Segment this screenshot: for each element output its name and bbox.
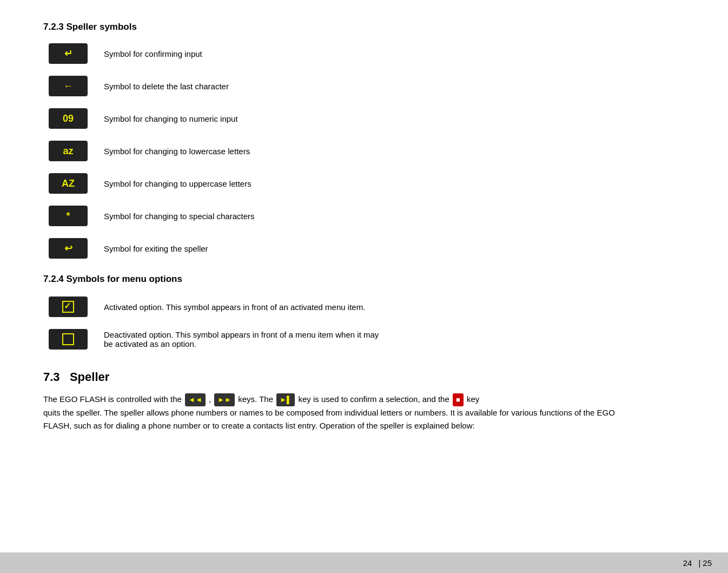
section-724-heading: 7.2.4 Symbols for menu options — [43, 274, 685, 285]
symbol-row-numeric: 09 Symbol for changing to numeric input — [49, 108, 685, 129]
symbol-badge-lowercase: az — [49, 141, 88, 161]
checkbox-checked-icon — [62, 301, 74, 313]
symbol-desc-numeric: Symbol for changing to numeric input — [104, 114, 238, 123]
btn-forward: ►► — [214, 393, 235, 407]
section-73: 7.3 Speller The EGO FLASH is controlled … — [43, 370, 685, 432]
section-73-num: 7.3 — [43, 370, 60, 384]
btn-rewind: ◄◄ — [185, 393, 206, 407]
symbol-desc-lowercase: Symbol for changing to lowercase letters — [104, 147, 250, 156]
page-numbers: 24 | 25 — [683, 558, 712, 568]
symbol-icon-numeric: 09 — [63, 113, 74, 124]
symbol-desc-special: Symbol for changing to special character… — [104, 212, 254, 221]
symbol-badge-numeric: 09 — [49, 108, 88, 129]
symbol-desc-uppercase: Symbol for changing to uppercase letters — [104, 179, 252, 188]
symbol-badge-special: * — [49, 206, 88, 226]
symbol-row-delete: ← Symbol to delete the last character — [49, 76, 685, 96]
checkbox-empty-icon — [62, 333, 74, 345]
page-number-separator: | — [698, 558, 700, 568]
symbol-desc-activated: Activated option. This symbol appears in… — [104, 302, 365, 312]
symbol-row-deactivated: Deactivated option. This symbol appears … — [49, 329, 685, 350]
symbol-badge-delete: ← — [49, 76, 88, 96]
symbol-desc-delete: Symbol to delete the last character — [104, 82, 229, 91]
symbol-row-exit: ↩ Symbol for exiting the speller — [49, 238, 685, 259]
symbol-row-activated: Activated option. This symbol appears in… — [49, 297, 685, 317]
comma-separator: , — [209, 394, 213, 404]
symbol-icon-confirm: ↵ — [64, 48, 72, 60]
para-end: quits the speller. The speller allows ph… — [43, 408, 615, 430]
section-724-title: 7.2.4 Symbols for menu options — [43, 274, 182, 284]
page-content: 7.2.3 Speller symbols ↵ Symbol for confi… — [0, 0, 728, 476]
para-start: The EGO FLASH is controlled with the — [43, 394, 182, 404]
section-73-heading: 7.3 Speller — [43, 370, 685, 384]
symbol-badge-deactivated — [49, 329, 88, 350]
symbol-desc-confirm: Symbol for confirming input — [104, 49, 202, 58]
page-number-current: 24 — [683, 558, 692, 568]
page-footer: 24 | 25 — [0, 552, 728, 573]
btn-play: ►▌ — [276, 393, 295, 407]
para-mid2: key is used to confirm a selection, and … — [298, 394, 449, 404]
section-723-heading: 7.2.3 Speller symbols — [43, 22, 685, 32]
symbol-icon-delete: ← — [63, 81, 73, 92]
section-723-title: 7.2.3 Speller symbols — [43, 22, 137, 32]
symbol-row-uppercase: AZ Symbol for changing to uppercase lett… — [49, 173, 685, 194]
symbol-icon-exit: ↩ — [64, 242, 72, 254]
symbol-row-lowercase: az Symbol for changing to lowercase lett… — [49, 141, 685, 161]
symbol-badge-confirm: ↵ — [49, 43, 88, 64]
symbol-desc-exit: Symbol for exiting the speller — [104, 244, 208, 253]
symbol-badge-exit: ↩ — [49, 238, 88, 259]
section-73-paragraph: The EGO FLASH is controlled with the ◄◄ … — [43, 393, 638, 432]
symbol-row-special: * Symbol for changing to special charact… — [49, 206, 685, 226]
symbol-desc-deactivated: Deactivated option. This symbol appears … — [104, 330, 379, 348]
symbol-badge-uppercase: AZ — [49, 173, 88, 194]
symbol-icon-uppercase: AZ — [62, 178, 75, 189]
para-mid1: keys. The — [238, 394, 273, 404]
symbol-row-confirm: ↵ Symbol for confirming input — [49, 43, 685, 64]
symbol-badge-activated — [49, 297, 88, 317]
para-mid3: key — [467, 394, 479, 404]
symbol-icon-special: * — [66, 210, 70, 222]
section-73-title-text: Speller — [70, 370, 109, 384]
page-number-next: 25 — [703, 558, 712, 568]
symbol-icon-lowercase: az — [63, 146, 73, 157]
btn-stop: ■ — [453, 393, 464, 407]
